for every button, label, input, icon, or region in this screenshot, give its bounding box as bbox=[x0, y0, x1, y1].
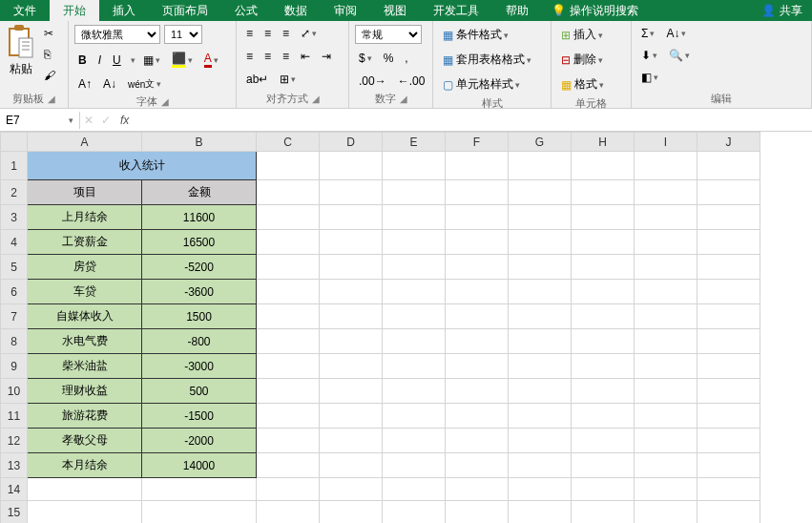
cell[interactable] bbox=[383, 205, 446, 230]
cell[interactable] bbox=[509, 280, 572, 304]
cell[interactable] bbox=[509, 379, 572, 404]
cell[interactable] bbox=[697, 354, 760, 379]
table-cell[interactable]: 本月结余 bbox=[28, 453, 142, 478]
cell[interactable] bbox=[257, 453, 320, 478]
row-header[interactable]: 6 bbox=[1, 280, 28, 304]
cell[interactable] bbox=[572, 478, 635, 501]
cell[interactable] bbox=[635, 329, 697, 354]
table-cell[interactable]: -2000 bbox=[142, 429, 257, 453]
cell[interactable] bbox=[383, 230, 446, 255]
clear-button[interactable]: ◧▾ bbox=[637, 69, 662, 86]
cell[interactable] bbox=[320, 280, 383, 304]
cell[interactable] bbox=[572, 280, 635, 304]
sort-filter-button[interactable]: A↓▾ bbox=[662, 25, 690, 42]
cell[interactable] bbox=[509, 255, 572, 280]
cell[interactable] bbox=[509, 354, 572, 379]
delete-cells-button[interactable]: ⊟ 删除▾ bbox=[557, 50, 608, 70]
cell[interactable] bbox=[383, 329, 446, 354]
cell[interactable] bbox=[509, 453, 572, 478]
cell[interactable] bbox=[446, 180, 509, 205]
cell-styles-button[interactable]: ▢ 单元格样式▾ bbox=[439, 74, 535, 94]
row-header[interactable]: 13 bbox=[1, 453, 28, 478]
cell[interactable] bbox=[697, 280, 760, 304]
cell[interactable] bbox=[635, 429, 697, 453]
cell[interactable] bbox=[509, 304, 572, 329]
table-cell[interactable]: -3000 bbox=[142, 354, 257, 379]
col-header[interactable]: C bbox=[257, 133, 320, 152]
cell[interactable] bbox=[257, 429, 320, 453]
cell[interactable] bbox=[257, 379, 320, 404]
cell[interactable] bbox=[446, 453, 509, 478]
tab-data[interactable]: 数据 bbox=[271, 0, 321, 21]
row-header[interactable]: 8 bbox=[1, 329, 28, 354]
cell[interactable] bbox=[257, 180, 320, 205]
table-cell[interactable]: 500 bbox=[142, 379, 257, 404]
decrease-font-button[interactable]: A↓ bbox=[99, 75, 120, 93]
name-box[interactable]: E7 ▾ bbox=[0, 112, 80, 129]
cell[interactable] bbox=[635, 255, 697, 280]
cell[interactable] bbox=[257, 255, 320, 280]
row-header[interactable]: 9 bbox=[1, 354, 28, 379]
row-header[interactable]: 14 bbox=[1, 478, 28, 501]
enter-icon[interactable]: ✓ bbox=[97, 114, 115, 127]
comma-button[interactable]: , bbox=[401, 50, 411, 67]
table-header-item[interactable]: 项目 bbox=[28, 180, 142, 205]
cell[interactable] bbox=[697, 478, 760, 501]
conditional-format-button[interactable]: ▦ 条件格式▾ bbox=[439, 25, 535, 45]
format-as-table-button[interactable]: ▦ 套用表格格式▾ bbox=[439, 50, 535, 70]
cell[interactable] bbox=[509, 180, 572, 205]
cell[interactable] bbox=[509, 230, 572, 255]
cell[interactable] bbox=[320, 379, 383, 404]
cell[interactable] bbox=[257, 478, 320, 501]
cell[interactable] bbox=[572, 453, 635, 478]
cell[interactable] bbox=[509, 404, 572, 429]
col-header[interactable]: B bbox=[142, 133, 257, 152]
col-header[interactable]: E bbox=[383, 133, 446, 152]
cell[interactable] bbox=[142, 478, 257, 501]
autosum-button[interactable]: Σ▾ bbox=[637, 25, 658, 42]
cell[interactable] bbox=[257, 230, 320, 255]
table-cell[interactable]: 孝敬父母 bbox=[28, 429, 142, 453]
indent-inc-button[interactable]: ⇥ bbox=[318, 48, 335, 65]
table-cell[interactable]: 自媒体收入 bbox=[28, 304, 142, 329]
cell[interactable] bbox=[509, 329, 572, 354]
cell[interactable] bbox=[320, 478, 383, 501]
table-cell[interactable]: -5200 bbox=[142, 255, 257, 280]
table-cell[interactable]: 14000 bbox=[142, 453, 257, 478]
cell[interactable] bbox=[383, 404, 446, 429]
cell[interactable] bbox=[509, 152, 572, 180]
paste-button[interactable]: 粘贴 bbox=[6, 25, 36, 77]
table-cell[interactable]: -800 bbox=[142, 329, 257, 354]
row-header[interactable]: 12 bbox=[1, 429, 28, 453]
cell[interactable] bbox=[383, 429, 446, 453]
table-cell[interactable]: 工资薪金 bbox=[28, 230, 142, 255]
align-top-button[interactable]: ≡ bbox=[242, 25, 257, 42]
cell[interactable] bbox=[635, 205, 697, 230]
dialog-launcher-icon[interactable]: ◢ bbox=[400, 94, 407, 104]
cell[interactable] bbox=[320, 429, 383, 453]
fill-color-button[interactable]: ⬛▾ bbox=[168, 50, 197, 70]
align-left-button[interactable]: ≡ bbox=[242, 48, 257, 65]
cell[interactable] bbox=[383, 180, 446, 205]
table-header-amount[interactable]: 金额 bbox=[142, 180, 257, 205]
wrap-text-button[interactable]: ab↵ bbox=[242, 71, 272, 88]
fx-button[interactable]: fx bbox=[115, 112, 135, 129]
fill-button[interactable]: ⬇▾ bbox=[637, 47, 661, 64]
cell[interactable] bbox=[572, 180, 635, 205]
cell[interactable] bbox=[509, 478, 572, 501]
cell[interactable] bbox=[572, 255, 635, 280]
indent-dec-button[interactable]: ⇤ bbox=[297, 48, 314, 65]
cell[interactable] bbox=[320, 205, 383, 230]
cell[interactable] bbox=[635, 453, 697, 478]
cell[interactable] bbox=[635, 280, 697, 304]
cell[interactable] bbox=[572, 230, 635, 255]
row-header[interactable]: 2 bbox=[1, 180, 28, 205]
row-header[interactable]: 11 bbox=[1, 404, 28, 429]
bold-button[interactable]: B bbox=[74, 52, 91, 69]
cell[interactable] bbox=[257, 205, 320, 230]
cell[interactable] bbox=[383, 280, 446, 304]
cell[interactable] bbox=[635, 501, 697, 524]
cell[interactable] bbox=[446, 404, 509, 429]
cell[interactable] bbox=[446, 329, 509, 354]
select-all-corner[interactable] bbox=[1, 133, 28, 152]
